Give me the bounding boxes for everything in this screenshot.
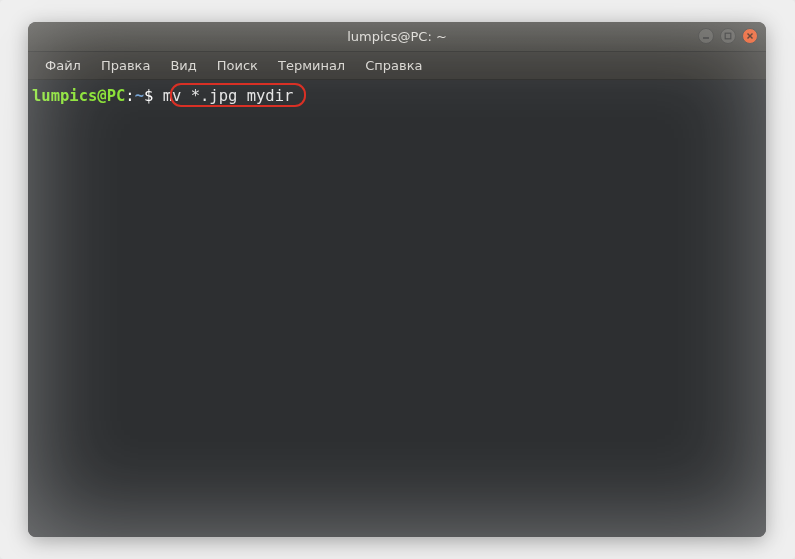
menu-file[interactable]: Файл	[36, 54, 90, 77]
prompt-space	[153, 87, 162, 105]
menu-edit[interactable]: Правка	[92, 54, 159, 77]
menu-help[interactable]: Справка	[356, 54, 431, 77]
command-text: mv *.jpg mydir	[163, 87, 294, 105]
close-button[interactable]	[742, 28, 758, 44]
svg-rect-1	[725, 33, 731, 39]
terminal-window: lumpics@PC: ~ Файл Правка Вид Поиск Терм…	[28, 22, 766, 537]
prompt-sep: :	[125, 87, 134, 105]
terminal-area[interactable]: lumpics@PC:~$ mv *.jpg mydir	[28, 80, 766, 537]
titlebar: lumpics@PC: ~	[28, 22, 766, 52]
menu-terminal[interactable]: Терминал	[269, 54, 354, 77]
prompt-symbol: $	[144, 87, 153, 105]
menu-view[interactable]: Вид	[161, 54, 205, 77]
maximize-icon	[724, 32, 732, 40]
minimize-button[interactable]	[698, 28, 714, 44]
menubar: Файл Правка Вид Поиск Терминал Справка	[28, 52, 766, 80]
prompt-user-host: lumpics@PC	[32, 87, 125, 105]
prompt-line: lumpics@PC:~$ mv *.jpg mydir	[32, 86, 762, 106]
window-title: lumpics@PC: ~	[347, 29, 447, 44]
minimize-icon	[702, 32, 710, 40]
window-controls	[698, 28, 758, 44]
maximize-button[interactable]	[720, 28, 736, 44]
close-icon	[746, 32, 754, 40]
menu-search[interactable]: Поиск	[208, 54, 267, 77]
prompt-path: ~	[135, 87, 144, 105]
